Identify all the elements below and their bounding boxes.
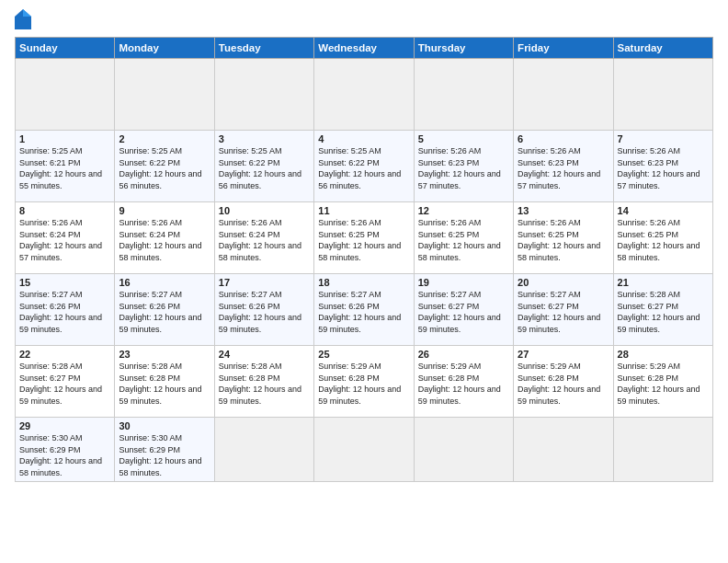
day-info: Sunrise: 5:28 AMSunset: 6:28 PMDaylight:… (219, 361, 310, 407)
calendar-cell: 30Sunrise: 5:30 AMSunset: 6:29 PMDayligh… (115, 418, 214, 482)
day-info: Sunrise: 5:28 AMSunset: 6:27 PMDaylight:… (19, 361, 110, 407)
header-friday: Friday (514, 38, 613, 59)
day-number: 28 (618, 349, 709, 360)
calendar-table: SundayMondayTuesdayWednesdayThursdayFrid… (15, 37, 713, 482)
calendar-cell: 20Sunrise: 5:27 AMSunset: 6:27 PMDayligh… (514, 274, 613, 346)
day-info: Sunrise: 5:27 AMSunset: 6:27 PMDaylight:… (518, 289, 609, 335)
calendar-cell: 29Sunrise: 5:30 AMSunset: 6:29 PMDayligh… (16, 418, 115, 482)
calendar-cell: 16Sunrise: 5:27 AMSunset: 6:26 PMDayligh… (115, 274, 214, 346)
calendar-week-0 (16, 59, 713, 131)
header-thursday: Thursday (414, 38, 513, 59)
day-number: 24 (219, 349, 310, 360)
calendar-cell: 3Sunrise: 5:25 AMSunset: 6:22 PMDaylight… (214, 131, 313, 202)
calendar-cell: 15Sunrise: 5:27 AMSunset: 6:26 PMDayligh… (16, 274, 115, 346)
day-info: Sunrise: 5:29 AMSunset: 6:28 PMDaylight:… (418, 361, 509, 407)
calendar-cell: 10Sunrise: 5:26 AMSunset: 6:24 PMDayligh… (214, 202, 313, 274)
day-info: Sunrise: 5:26 AMSunset: 6:25 PMDaylight:… (418, 217, 509, 263)
day-info: Sunrise: 5:30 AMSunset: 6:29 PMDaylight:… (119, 432, 210, 478)
calendar-cell (613, 59, 712, 131)
svg-marker-1 (23, 9, 31, 17)
header-monday: Monday (115, 38, 214, 59)
calendar-cell: 23Sunrise: 5:28 AMSunset: 6:28 PMDayligh… (115, 346, 214, 418)
day-info: Sunrise: 5:29 AMSunset: 6:28 PMDaylight:… (318, 361, 409, 407)
day-info: Sunrise: 5:26 AMSunset: 6:23 PMDaylight:… (618, 145, 709, 191)
header (15, 9, 713, 29)
day-number: 1 (19, 133, 110, 144)
calendar-cell: 24Sunrise: 5:28 AMSunset: 6:28 PMDayligh… (214, 346, 313, 418)
day-info: Sunrise: 5:26 AMSunset: 6:25 PMDaylight:… (518, 217, 609, 263)
day-info: Sunrise: 5:27 AMSunset: 6:26 PMDaylight:… (318, 289, 409, 335)
day-info: Sunrise: 5:26 AMSunset: 6:23 PMDaylight:… (518, 145, 609, 191)
day-info: Sunrise: 5:27 AMSunset: 6:26 PMDaylight:… (19, 289, 110, 335)
calendar-cell: 26Sunrise: 5:29 AMSunset: 6:28 PMDayligh… (414, 346, 513, 418)
calendar-cell: 18Sunrise: 5:27 AMSunset: 6:26 PMDayligh… (314, 274, 414, 346)
calendar-cell: 8Sunrise: 5:26 AMSunset: 6:24 PMDaylight… (16, 202, 115, 274)
day-number: 7 (618, 133, 709, 144)
day-info: Sunrise: 5:26 AMSunset: 6:25 PMDaylight:… (618, 217, 709, 263)
calendar-cell: 5Sunrise: 5:26 AMSunset: 6:23 PMDaylight… (414, 131, 513, 202)
calendar-cell (613, 418, 712, 482)
day-number: 21 (618, 277, 709, 288)
calendar-cell: 12Sunrise: 5:26 AMSunset: 6:25 PMDayligh… (414, 202, 513, 274)
day-number: 22 (19, 349, 110, 360)
calendar-cell: 7Sunrise: 5:26 AMSunset: 6:23 PMDaylight… (613, 131, 712, 202)
day-info: Sunrise: 5:28 AMSunset: 6:28 PMDaylight:… (119, 361, 210, 407)
calendar-cell: 21Sunrise: 5:28 AMSunset: 6:27 PMDayligh… (613, 274, 712, 346)
day-number: 26 (418, 349, 509, 360)
day-number: 18 (318, 277, 409, 288)
calendar-cell: 2Sunrise: 5:25 AMSunset: 6:22 PMDaylight… (115, 131, 214, 202)
calendar-cell: 25Sunrise: 5:29 AMSunset: 6:28 PMDayligh… (314, 346, 414, 418)
day-info: Sunrise: 5:25 AMSunset: 6:22 PMDaylight:… (119, 145, 210, 191)
calendar-cell: 6Sunrise: 5:26 AMSunset: 6:23 PMDaylight… (514, 131, 613, 202)
logo-icon (15, 9, 31, 29)
day-info: Sunrise: 5:27 AMSunset: 6:26 PMDaylight:… (219, 289, 310, 335)
day-number: 9 (119, 205, 210, 216)
day-number: 15 (19, 277, 110, 288)
calendar-week-1: 1Sunrise: 5:25 AMSunset: 6:21 PMDaylight… (16, 131, 713, 202)
day-info: Sunrise: 5:26 AMSunset: 6:24 PMDaylight:… (119, 217, 210, 263)
calendar-cell (514, 59, 613, 131)
day-number: 10 (219, 205, 310, 216)
day-number: 6 (518, 133, 609, 144)
day-number: 27 (518, 349, 609, 360)
calendar-cell: 11Sunrise: 5:26 AMSunset: 6:25 PMDayligh… (314, 202, 414, 274)
header-wednesday: Wednesday (314, 38, 414, 59)
calendar-week-5: 29Sunrise: 5:30 AMSunset: 6:29 PMDayligh… (16, 418, 713, 482)
calendar-cell: 13Sunrise: 5:26 AMSunset: 6:25 PMDayligh… (514, 202, 613, 274)
calendar-cell: 1Sunrise: 5:25 AMSunset: 6:21 PMDaylight… (16, 131, 115, 202)
day-number: 20 (518, 277, 609, 288)
header-tuesday: Tuesday (214, 38, 313, 59)
day-info: Sunrise: 5:25 AMSunset: 6:21 PMDaylight:… (19, 145, 110, 191)
header-saturday: Saturday (613, 38, 712, 59)
calendar-cell: 22Sunrise: 5:28 AMSunset: 6:27 PMDayligh… (16, 346, 115, 418)
day-info: Sunrise: 5:26 AMSunset: 6:24 PMDaylight:… (219, 217, 310, 263)
day-info: Sunrise: 5:27 AMSunset: 6:26 PMDaylight:… (119, 289, 210, 335)
day-number: 14 (618, 205, 709, 216)
calendar-cell (514, 418, 613, 482)
day-number: 30 (119, 420, 210, 431)
calendar-cell (414, 418, 513, 482)
day-number: 8 (19, 205, 110, 216)
day-info: Sunrise: 5:26 AMSunset: 6:25 PMDaylight:… (318, 217, 409, 263)
day-number: 13 (518, 205, 609, 216)
calendar-cell (414, 59, 513, 131)
calendar-cell: 14Sunrise: 5:26 AMSunset: 6:25 PMDayligh… (613, 202, 712, 274)
day-info: Sunrise: 5:30 AMSunset: 6:29 PMDaylight:… (19, 432, 110, 478)
day-number: 4 (318, 133, 409, 144)
day-number: 29 (19, 420, 110, 431)
day-info: Sunrise: 5:25 AMSunset: 6:22 PMDaylight:… (318, 145, 409, 191)
page: SundayMondayTuesdayWednesdayThursdayFrid… (0, 0, 728, 563)
calendar-cell: 19Sunrise: 5:27 AMSunset: 6:27 PMDayligh… (414, 274, 513, 346)
day-number: 2 (119, 133, 210, 144)
calendar-cell (115, 59, 214, 131)
day-info: Sunrise: 5:28 AMSunset: 6:27 PMDaylight:… (618, 289, 709, 335)
day-number: 23 (119, 349, 210, 360)
calendar-cell: 17Sunrise: 5:27 AMSunset: 6:26 PMDayligh… (214, 274, 313, 346)
calendar-cell: 4Sunrise: 5:25 AMSunset: 6:22 PMDaylight… (314, 131, 414, 202)
header-sunday: Sunday (16, 38, 115, 59)
day-info: Sunrise: 5:25 AMSunset: 6:22 PMDaylight:… (219, 145, 310, 191)
calendar-week-4: 22Sunrise: 5:28 AMSunset: 6:27 PMDayligh… (16, 346, 713, 418)
calendar-cell (214, 418, 313, 482)
day-number: 16 (119, 277, 210, 288)
calendar-cell (214, 59, 313, 131)
